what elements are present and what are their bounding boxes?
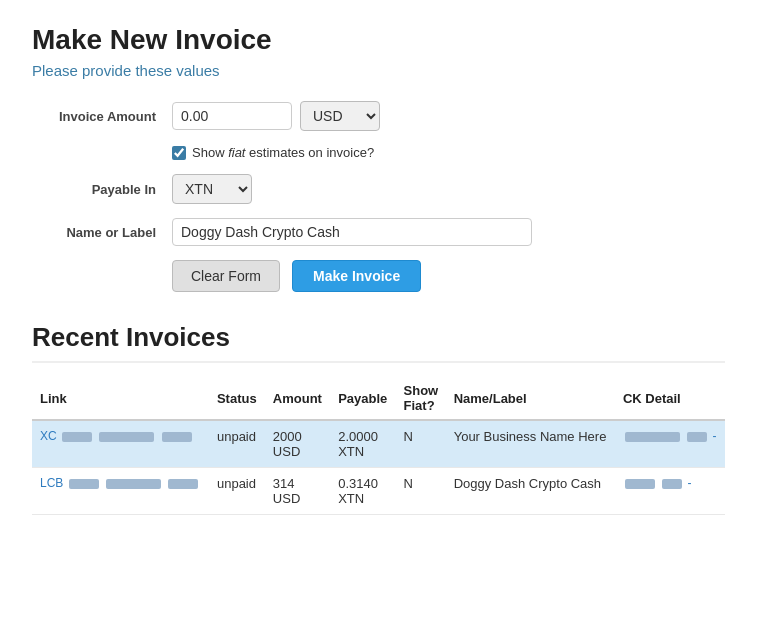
invoice-amount-label: Invoice Amount	[32, 109, 172, 124]
name-label-input[interactable]	[172, 218, 532, 246]
page-title: Make New Invoice	[32, 24, 725, 56]
form-buttons: Clear Form Make Invoice	[32, 260, 725, 292]
row1-ck-detail[interactable]: -	[615, 420, 725, 468]
row2-name-label: Doggy Dash Crypto Cash	[446, 468, 615, 515]
blurred-link-1c	[162, 432, 192, 442]
row2-ck-detail[interactable]: -	[615, 468, 725, 515]
blurred-link-1a	[62, 432, 92, 442]
col-amount: Amount	[265, 377, 330, 420]
row2-link-prefix: LCB	[40, 476, 63, 490]
row1-status: unpaid	[209, 420, 265, 468]
col-link: Link	[32, 377, 209, 420]
payable-in-select[interactable]: XTN BTC DASH	[172, 174, 252, 204]
invoice-amount-controls: USD EUR GBP BTC	[172, 101, 380, 131]
col-ck-detail: CK Detail	[615, 377, 725, 420]
blurred-link-2a	[69, 479, 99, 489]
col-status: Status	[209, 377, 265, 420]
payable-in-controls: XTN BTC DASH	[172, 174, 252, 204]
show-fiat-label[interactable]: Show fiat estimates on invoice?	[192, 145, 374, 160]
invoices-table: Link Status Amount Payable Show Fiat? Na…	[32, 377, 725, 515]
show-fiat-row: Show fiat estimates on invoice?	[32, 145, 725, 160]
invoice-form: Invoice Amount USD EUR GBP BTC Show fiat…	[32, 101, 725, 292]
payable-in-row: Payable In XTN BTC DASH	[32, 174, 725, 204]
row2-show-fiat: N	[396, 468, 446, 515]
blurred-link-2b	[106, 479, 161, 489]
table-row: LCB unpaid 314USD 0.3140XTN N Doggy Dash…	[32, 468, 725, 515]
row2-amount: 314USD	[265, 468, 330, 515]
blurred-ck-2a	[625, 479, 655, 489]
blurred-ck-1b	[687, 432, 707, 442]
blurred-link-1b	[99, 432, 154, 442]
col-show-fiat: Show Fiat?	[396, 377, 446, 420]
row2-link[interactable]: LCB	[32, 468, 209, 515]
row1-name-label: Your Business Name Here	[446, 420, 615, 468]
blurred-ck-2b	[662, 479, 682, 489]
table-row: XC unpaid 2000USD 2.0000XTN N Your Busin…	[32, 420, 725, 468]
invoice-amount-row: Invoice Amount USD EUR GBP BTC	[32, 101, 725, 131]
name-label-label: Name or Label	[32, 225, 172, 240]
row1-payable: 2.0000XTN	[330, 420, 395, 468]
payable-in-label: Payable In	[32, 182, 172, 197]
row1-amount: 2000USD	[265, 420, 330, 468]
recent-invoices-title: Recent Invoices	[32, 322, 725, 363]
col-payable: Payable	[330, 377, 395, 420]
make-invoice-button[interactable]: Make Invoice	[292, 260, 421, 292]
name-label-row: Name or Label	[32, 218, 725, 246]
page-subtitle: Please provide these values	[32, 62, 725, 79]
currency-select[interactable]: USD EUR GBP BTC	[300, 101, 380, 131]
row1-link[interactable]: XC	[32, 420, 209, 468]
recent-invoices-section: Recent Invoices Link Status Amount Payab…	[32, 322, 725, 515]
blurred-ck-1a	[625, 432, 680, 442]
clear-form-button[interactable]: Clear Form	[172, 260, 280, 292]
show-fiat-checkbox[interactable]	[172, 146, 186, 160]
row1-link-prefix: XC	[40, 429, 57, 443]
invoice-amount-input[interactable]	[172, 102, 292, 130]
name-label-controls	[172, 218, 532, 246]
table-header-row: Link Status Amount Payable Show Fiat? Na…	[32, 377, 725, 420]
row2-payable: 0.3140XTN	[330, 468, 395, 515]
row2-status: unpaid	[209, 468, 265, 515]
col-name-label: Name/Label	[446, 377, 615, 420]
row1-show-fiat: N	[396, 420, 446, 468]
blurred-link-2c	[168, 479, 198, 489]
